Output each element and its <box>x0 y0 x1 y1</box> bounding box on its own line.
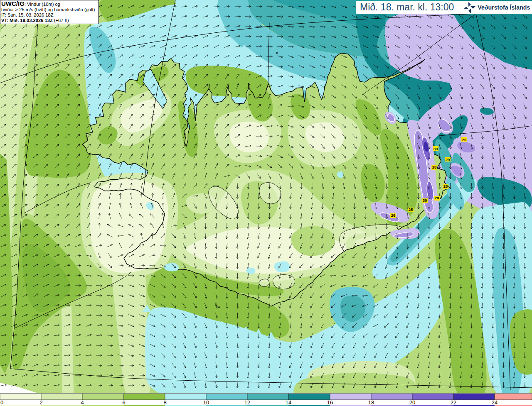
svg-text:22: 22 <box>451 399 456 406</box>
svg-text:30: 30 <box>433 147 438 151</box>
svg-text:0: 0 <box>0 399 3 406</box>
svg-text:25: 25 <box>443 184 448 188</box>
svg-text:29: 29 <box>435 196 439 200</box>
svg-text:25: 25 <box>409 207 413 212</box>
svg-text:30: 30 <box>423 198 427 203</box>
svg-text:6: 6 <box>122 399 125 406</box>
svg-text:2: 2 <box>39 399 42 406</box>
svg-text:10: 10 <box>203 399 209 406</box>
svg-text:24: 24 <box>492 399 498 406</box>
svg-text:20: 20 <box>409 399 415 406</box>
svg-text:18: 18 <box>368 399 374 406</box>
svg-text:26: 26 <box>391 213 396 218</box>
svg-text:12: 12 <box>244 399 250 406</box>
svg-text:14: 14 <box>286 399 291 406</box>
svg-text:25: 25 <box>462 137 467 142</box>
svg-text:29: 29 <box>446 157 450 162</box>
svg-text:16: 16 <box>327 399 333 406</box>
svg-text:28: 28 <box>432 165 437 169</box>
svg-text:4: 4 <box>81 399 84 406</box>
svg-text:8: 8 <box>163 399 166 406</box>
